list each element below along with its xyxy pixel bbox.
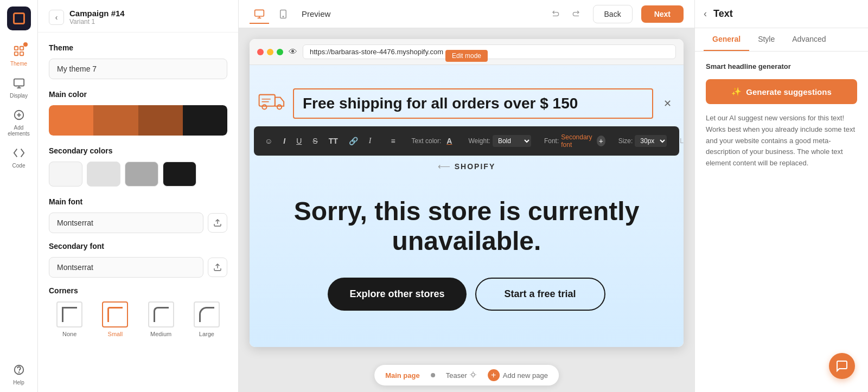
- font-label: Font:: [544, 137, 559, 145]
- add-new-page-button[interactable]: + Add new page: [488, 369, 548, 381]
- main-font-label: Main font: [49, 197, 227, 206]
- weight-select[interactable]: Bold Normal: [493, 135, 531, 147]
- display-icon: [11, 75, 27, 91]
- corner-none-box: [56, 301, 82, 327]
- corner-none[interactable]: None: [49, 301, 90, 337]
- start-trial-button[interactable]: Start a free trial: [475, 278, 605, 311]
- strikethrough-button[interactable]: S: [309, 134, 321, 147]
- font-add-button[interactable]: +: [597, 136, 605, 146]
- help-icon: [11, 362, 27, 377]
- store-buttons: Explore other stores Start a free trial: [260, 278, 673, 311]
- tab-advanced[interactable]: Advanced: [783, 28, 834, 51]
- font-size-button[interactable]: TT: [326, 134, 341, 147]
- secondary-font-row: Montserrat: [49, 257, 227, 278]
- corner-medium[interactable]: Medium: [141, 301, 182, 337]
- secondary-colors-label: Secondary colors: [49, 146, 227, 155]
- headline-box[interactable]: Free shipping for all orders over $ 150: [293, 88, 653, 119]
- next-button[interactable]: Next: [641, 5, 684, 23]
- teaser-tab[interactable]: Teaser: [446, 371, 477, 380]
- color-swatch-1[interactable]: [49, 105, 93, 136]
- right-description: Let our AI suggest new versions for this…: [706, 113, 857, 169]
- store-content: Sorry, this store is currently unavailab…: [250, 175, 684, 332]
- right-back-arrow[interactable]: ‹: [704, 8, 707, 20]
- explore-stores-button[interactable]: Explore other stores: [328, 278, 466, 311]
- secondary-color-swatches: [49, 162, 227, 187]
- color-swatch-2[interactable]: [93, 105, 138, 136]
- text-color-button[interactable]: A: [443, 134, 455, 147]
- code-nav-label: Code: [12, 163, 25, 169]
- tab-general[interactable]: General: [704, 28, 749, 51]
- secondary-font-select[interactable]: Montserrat: [49, 257, 203, 278]
- sidebar-item-theme[interactable]: Theme: [3, 39, 35, 71]
- sec-swatch-1[interactable]: [49, 162, 82, 187]
- add-icon: +: [488, 369, 500, 381]
- back-button[interactable]: Back: [593, 5, 633, 23]
- corner-small[interactable]: Small: [94, 301, 136, 337]
- shopify-bar: ⟵ SHOPIFY: [250, 158, 684, 175]
- align-button[interactable]: ≡: [387, 134, 398, 147]
- right-panel-content: Smart headline generator ✨ Generate sugg…: [695, 52, 868, 392]
- browser-mockup: 👁 https://barbaras-store-4476.myshopify.…: [250, 39, 684, 347]
- corner-medium-box: [148, 301, 174, 327]
- eye-icon[interactable]: 👁: [289, 47, 297, 57]
- close-button[interactable]: ✕: [660, 96, 675, 111]
- color-swatch-3[interactable]: [138, 105, 183, 136]
- sec-swatch-4[interactable]: [163, 162, 196, 187]
- page-dot: [431, 373, 435, 377]
- browser-dots: [257, 49, 283, 55]
- sec-swatch-3[interactable]: [125, 162, 158, 187]
- svg-rect-1: [20, 47, 23, 50]
- sidebar-item-code[interactable]: Code: [3, 141, 35, 173]
- secondary-font-upload-button[interactable]: [208, 258, 227, 277]
- theme-name-input[interactable]: [49, 59, 227, 79]
- corner-large[interactable]: Large: [186, 301, 227, 337]
- text-color-label: Text color:: [412, 137, 442, 145]
- sidebar-item-add-elements[interactable]: Add elements: [3, 103, 35, 141]
- right-top-bar: ‹ Text: [695, 0, 868, 28]
- main-font-select-wrap: Montserrat: [49, 213, 203, 233]
- corners-grid: None Small Medium: [49, 301, 227, 337]
- app-logo[interactable]: [7, 7, 31, 30]
- right-panel-title: Text: [713, 8, 859, 20]
- theme-section-title: Theme: [49, 43, 227, 52]
- sidebar-item-help[interactable]: Help: [3, 358, 35, 392]
- redo-button[interactable]: [567, 5, 584, 23]
- special-italic-button[interactable]: I: [366, 134, 375, 147]
- text-toolbar: ☺ I U S TT 🔗 I ≡ Text color: A: [254, 126, 679, 156]
- main-content: Preview Back Next: [239, 0, 694, 392]
- preview-label: Preview: [302, 9, 330, 18]
- panel-back-button[interactable]: ‹: [49, 10, 64, 25]
- size-group: Size: 30px 24px 36px: [618, 135, 667, 147]
- corner-large-label: Large: [199, 331, 214, 337]
- sec-swatch-2[interactable]: [87, 162, 120, 187]
- shopify-label: SHOPIFY: [455, 162, 495, 171]
- italic-button[interactable]: I: [280, 134, 289, 147]
- link-button[interactable]: 🔗: [346, 134, 361, 147]
- size-select[interactable]: 30px 24px 36px: [635, 135, 667, 147]
- underline-button[interactable]: U: [293, 134, 305, 147]
- desktop-device-button[interactable]: [250, 4, 269, 24]
- main-font-select[interactable]: Montserrat: [49, 213, 203, 233]
- mobile-device-button[interactable]: [273, 4, 293, 24]
- sidebar-item-display[interactable]: Display: [3, 71, 35, 103]
- svg-point-11: [18, 372, 19, 372]
- add-elements-icon: [11, 107, 27, 123]
- line-height-label: Line height:: [680, 137, 684, 145]
- main-color-label: Main color: [49, 90, 227, 99]
- left-arrow-icon: ⟵: [438, 161, 450, 171]
- color-swatch-4[interactable]: [183, 105, 227, 136]
- tab-style[interactable]: Style: [749, 28, 783, 51]
- svg-rect-19: [259, 95, 275, 106]
- main-page-tab[interactable]: Main page: [385, 371, 420, 380]
- undo-button[interactable]: [547, 5, 565, 23]
- chat-bubble-button[interactable]: [829, 353, 855, 379]
- url-bar[interactable]: https://barbaras-store-4476.myshopify.co…: [303, 44, 676, 59]
- secondary-font-select-wrap: Montserrat: [49, 257, 203, 278]
- corner-none-label: None: [62, 331, 76, 337]
- panel-content: Theme Main color Secondary colors Main f…: [38, 33, 238, 392]
- dot-red: [257, 49, 264, 55]
- emoji-button[interactable]: ☺: [261, 134, 276, 147]
- campaign-subtitle: Variant 1: [69, 18, 227, 25]
- main-font-upload-button[interactable]: [208, 213, 227, 233]
- generate-suggestions-button[interactable]: ✨ Generate suggestions: [706, 79, 857, 104]
